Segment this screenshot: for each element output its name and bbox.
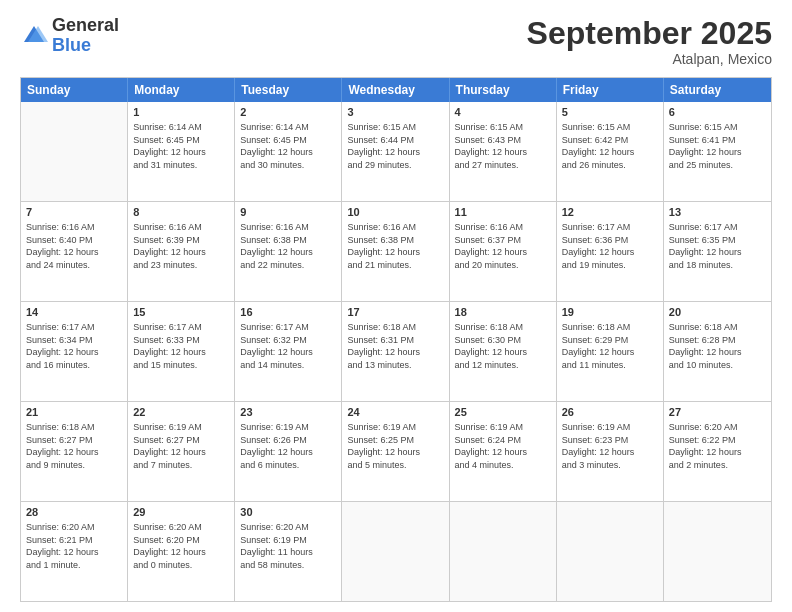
calendar-cell: 26Sunrise: 6:19 AM Sunset: 6:23 PM Dayli… <box>557 402 664 501</box>
calendar-cell: 7Sunrise: 6:16 AM Sunset: 6:40 PM Daylig… <box>21 202 128 301</box>
day-info: Sunrise: 6:17 AM Sunset: 6:36 PM Dayligh… <box>562 221 658 271</box>
header-day-wednesday: Wednesday <box>342 78 449 102</box>
calendar-cell: 1Sunrise: 6:14 AM Sunset: 6:45 PM Daylig… <box>128 102 235 201</box>
calendar-cell: 8Sunrise: 6:16 AM Sunset: 6:39 PM Daylig… <box>128 202 235 301</box>
day-number: 29 <box>133 505 229 520</box>
calendar-cell: 3Sunrise: 6:15 AM Sunset: 6:44 PM Daylig… <box>342 102 449 201</box>
logo-text: General Blue <box>52 16 119 56</box>
day-number: 20 <box>669 305 766 320</box>
calendar-cell: 13Sunrise: 6:17 AM Sunset: 6:35 PM Dayli… <box>664 202 771 301</box>
day-number: 2 <box>240 105 336 120</box>
day-info: Sunrise: 6:19 AM Sunset: 6:25 PM Dayligh… <box>347 421 443 471</box>
calendar-cell: 10Sunrise: 6:16 AM Sunset: 6:38 PM Dayli… <box>342 202 449 301</box>
calendar-cell: 30Sunrise: 6:20 AM Sunset: 6:19 PM Dayli… <box>235 502 342 601</box>
day-number: 1 <box>133 105 229 120</box>
calendar-cell: 22Sunrise: 6:19 AM Sunset: 6:27 PM Dayli… <box>128 402 235 501</box>
calendar-cell: 27Sunrise: 6:20 AM Sunset: 6:22 PM Dayli… <box>664 402 771 501</box>
day-info: Sunrise: 6:18 AM Sunset: 6:27 PM Dayligh… <box>26 421 122 471</box>
calendar-row-0: 1Sunrise: 6:14 AM Sunset: 6:45 PM Daylig… <box>21 102 771 202</box>
logo-general: General <box>52 16 119 36</box>
day-info: Sunrise: 6:16 AM Sunset: 6:38 PM Dayligh… <box>240 221 336 271</box>
calendar-cell: 14Sunrise: 6:17 AM Sunset: 6:34 PM Dayli… <box>21 302 128 401</box>
month-title: September 2025 <box>527 16 772 51</box>
calendar-cell: 11Sunrise: 6:16 AM Sunset: 6:37 PM Dayli… <box>450 202 557 301</box>
day-number: 10 <box>347 205 443 220</box>
day-info: Sunrise: 6:19 AM Sunset: 6:24 PM Dayligh… <box>455 421 551 471</box>
calendar-cell <box>664 502 771 601</box>
day-info: Sunrise: 6:20 AM Sunset: 6:22 PM Dayligh… <box>669 421 766 471</box>
calendar-cell: 12Sunrise: 6:17 AM Sunset: 6:36 PM Dayli… <box>557 202 664 301</box>
day-info: Sunrise: 6:18 AM Sunset: 6:31 PM Dayligh… <box>347 321 443 371</box>
day-info: Sunrise: 6:19 AM Sunset: 6:23 PM Dayligh… <box>562 421 658 471</box>
day-number: 12 <box>562 205 658 220</box>
calendar-cell: 19Sunrise: 6:18 AM Sunset: 6:29 PM Dayli… <box>557 302 664 401</box>
location-subtitle: Atalpan, Mexico <box>527 51 772 67</box>
day-info: Sunrise: 6:19 AM Sunset: 6:26 PM Dayligh… <box>240 421 336 471</box>
day-number: 3 <box>347 105 443 120</box>
calendar-cell: 4Sunrise: 6:15 AM Sunset: 6:43 PM Daylig… <box>450 102 557 201</box>
day-info: Sunrise: 6:16 AM Sunset: 6:37 PM Dayligh… <box>455 221 551 271</box>
day-number: 7 <box>26 205 122 220</box>
header-day-sunday: Sunday <box>21 78 128 102</box>
calendar-cell: 16Sunrise: 6:17 AM Sunset: 6:32 PM Dayli… <box>235 302 342 401</box>
calendar-cell: 6Sunrise: 6:15 AM Sunset: 6:41 PM Daylig… <box>664 102 771 201</box>
day-info: Sunrise: 6:15 AM Sunset: 6:44 PM Dayligh… <box>347 121 443 171</box>
day-info: Sunrise: 6:15 AM Sunset: 6:42 PM Dayligh… <box>562 121 658 171</box>
calendar-cell: 29Sunrise: 6:20 AM Sunset: 6:20 PM Dayli… <box>128 502 235 601</box>
day-info: Sunrise: 6:20 AM Sunset: 6:20 PM Dayligh… <box>133 521 229 571</box>
day-number: 9 <box>240 205 336 220</box>
day-number: 6 <box>669 105 766 120</box>
day-info: Sunrise: 6:15 AM Sunset: 6:43 PM Dayligh… <box>455 121 551 171</box>
day-info: Sunrise: 6:19 AM Sunset: 6:27 PM Dayligh… <box>133 421 229 471</box>
day-number: 18 <box>455 305 551 320</box>
calendar-cell <box>450 502 557 601</box>
day-number: 11 <box>455 205 551 220</box>
day-number: 24 <box>347 405 443 420</box>
day-number: 15 <box>133 305 229 320</box>
day-number: 27 <box>669 405 766 420</box>
day-number: 30 <box>240 505 336 520</box>
calendar-cell: 2Sunrise: 6:14 AM Sunset: 6:45 PM Daylig… <box>235 102 342 201</box>
logo-icon <box>20 22 48 50</box>
calendar-cell: 18Sunrise: 6:18 AM Sunset: 6:30 PM Dayli… <box>450 302 557 401</box>
page: General Blue September 2025 Atalpan, Mex… <box>0 0 792 612</box>
day-number: 16 <box>240 305 336 320</box>
calendar-cell <box>342 502 449 601</box>
day-number: 28 <box>26 505 122 520</box>
calendar: SundayMondayTuesdayWednesdayThursdayFrid… <box>20 77 772 602</box>
calendar-row-4: 28Sunrise: 6:20 AM Sunset: 6:21 PM Dayli… <box>21 502 771 601</box>
calendar-cell: 24Sunrise: 6:19 AM Sunset: 6:25 PM Dayli… <box>342 402 449 501</box>
calendar-cell: 28Sunrise: 6:20 AM Sunset: 6:21 PM Dayli… <box>21 502 128 601</box>
day-info: Sunrise: 6:17 AM Sunset: 6:35 PM Dayligh… <box>669 221 766 271</box>
header: General Blue September 2025 Atalpan, Mex… <box>20 16 772 67</box>
day-info: Sunrise: 6:16 AM Sunset: 6:40 PM Dayligh… <box>26 221 122 271</box>
day-info: Sunrise: 6:20 AM Sunset: 6:19 PM Dayligh… <box>240 521 336 571</box>
header-day-saturday: Saturday <box>664 78 771 102</box>
day-info: Sunrise: 6:17 AM Sunset: 6:32 PM Dayligh… <box>240 321 336 371</box>
calendar-body: 1Sunrise: 6:14 AM Sunset: 6:45 PM Daylig… <box>21 102 771 601</box>
day-number: 26 <box>562 405 658 420</box>
day-info: Sunrise: 6:16 AM Sunset: 6:39 PM Dayligh… <box>133 221 229 271</box>
header-day-friday: Friday <box>557 78 664 102</box>
header-day-thursday: Thursday <box>450 78 557 102</box>
day-info: Sunrise: 6:20 AM Sunset: 6:21 PM Dayligh… <box>26 521 122 571</box>
calendar-cell: 9Sunrise: 6:16 AM Sunset: 6:38 PM Daylig… <box>235 202 342 301</box>
day-info: Sunrise: 6:17 AM Sunset: 6:34 PM Dayligh… <box>26 321 122 371</box>
day-number: 8 <box>133 205 229 220</box>
logo-blue: Blue <box>52 36 119 56</box>
day-number: 14 <box>26 305 122 320</box>
day-number: 22 <box>133 405 229 420</box>
calendar-cell: 23Sunrise: 6:19 AM Sunset: 6:26 PM Dayli… <box>235 402 342 501</box>
header-day-monday: Monday <box>128 78 235 102</box>
day-number: 21 <box>26 405 122 420</box>
day-info: Sunrise: 6:18 AM Sunset: 6:28 PM Dayligh… <box>669 321 766 371</box>
day-info: Sunrise: 6:17 AM Sunset: 6:33 PM Dayligh… <box>133 321 229 371</box>
day-number: 4 <box>455 105 551 120</box>
day-number: 13 <box>669 205 766 220</box>
calendar-cell: 17Sunrise: 6:18 AM Sunset: 6:31 PM Dayli… <box>342 302 449 401</box>
day-info: Sunrise: 6:18 AM Sunset: 6:30 PM Dayligh… <box>455 321 551 371</box>
logo: General Blue <box>20 16 119 56</box>
calendar-cell: 21Sunrise: 6:18 AM Sunset: 6:27 PM Dayli… <box>21 402 128 501</box>
day-number: 5 <box>562 105 658 120</box>
calendar-row-2: 14Sunrise: 6:17 AM Sunset: 6:34 PM Dayli… <box>21 302 771 402</box>
